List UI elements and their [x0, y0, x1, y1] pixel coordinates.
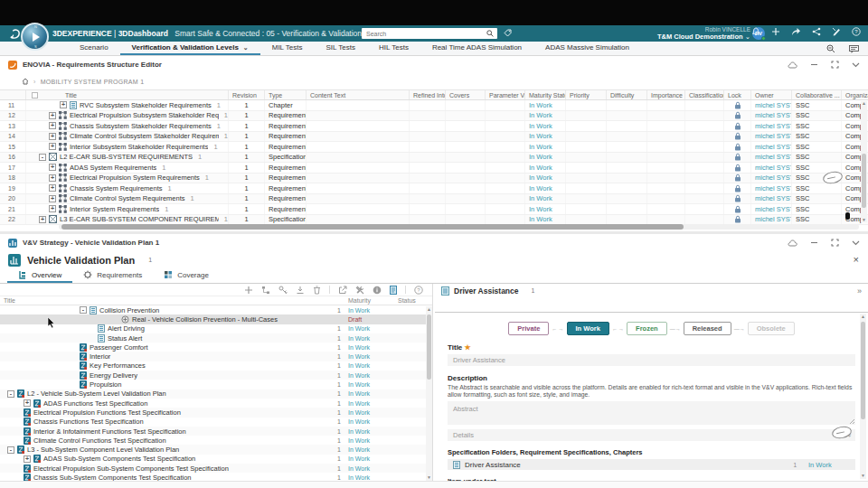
- tab-coverage[interactable]: Coverage: [153, 268, 220, 283]
- scroll-down-icon[interactable]: ▼: [861, 474, 865, 478]
- table-row[interactable]: 20+Climate Control System Requirements11…: [0, 194, 868, 205]
- expander-icon[interactable]: +: [49, 133, 56, 140]
- tree-row[interactable]: Interior & Infotainment Functions Test S…: [0, 427, 432, 436]
- scroll-up-icon[interactable]: ▲: [861, 314, 865, 319]
- tab-verification-validation-levels[interactable]: Verification & Validation Levels⌄: [120, 42, 260, 55]
- forward-icon[interactable]: [791, 27, 801, 36]
- table-row[interactable]: 15+Interior Subsystem Stakeholder Requir…: [0, 142, 868, 153]
- trash-icon[interactable]: [313, 286, 321, 295]
- comments-icon[interactable]: [849, 44, 859, 53]
- help-icon[interactable]: ?: [852, 27, 861, 36]
- tree-row[interactable]: Chassis Functions Test Specification1In …: [0, 418, 432, 427]
- minimize-icon[interactable]: [810, 61, 818, 69]
- share-icon[interactable]: [812, 27, 821, 36]
- expander-icon[interactable]: -: [39, 154, 46, 161]
- table-row[interactable]: 18+Electrical Propulsion System Requirem…: [0, 174, 868, 184]
- tree-row[interactable]: Electrical Propulsion Functions Test Spe…: [0, 408, 432, 417]
- tree-append-icon[interactable]: [261, 286, 270, 295]
- owner-link[interactable]: michel SYSTE...: [755, 153, 791, 161]
- expander-icon[interactable]: +: [60, 101, 67, 108]
- user-block[interactable]: Robin VINCELLE T&M Cloud Demonstration ⌄: [657, 26, 750, 41]
- tree-row[interactable]: +ADAS Functions Test Specification1In Wo…: [0, 399, 432, 408]
- details-field[interactable]: Details »: [448, 429, 855, 441]
- owner-link[interactable]: michel SYSTE...: [755, 184, 791, 192]
- vertical-scrollbar[interactable]: ▲ ▼: [861, 101, 867, 222]
- lifecycle-state-released[interactable]: Released: [684, 322, 731, 335]
- expander-icon[interactable]: +: [24, 455, 31, 463]
- tools-icon[interactable]: [355, 286, 364, 295]
- open-new-icon[interactable]: [338, 286, 347, 295]
- table-row[interactable]: 17+ADAS System Requirements11Requirement…: [0, 163, 868, 174]
- tree-row[interactable]: Propulsion1In Work: [0, 380, 432, 389]
- table-row[interactable]: 14+Climate Control Subsystem Stakeholder…: [0, 132, 868, 143]
- cloud-icon[interactable]: [788, 61, 797, 69]
- owner-link[interactable]: michel SYSTE...: [755, 101, 791, 109]
- related-item-row[interactable]: Driver Assistance1In Work: [448, 459, 855, 470]
- lifecycle-state-frozen[interactable]: Frozen: [627, 322, 667, 335]
- breadcrumb-root[interactable]: MOBILITY SYSTEM PROGRAM 1: [41, 79, 145, 85]
- scrollbar-thumb[interactable]: [861, 322, 865, 419]
- detail-vertical-scrollbar[interactable]: ▲ ▼: [860, 314, 866, 479]
- owner-link[interactable]: michel SYSTE...: [755, 194, 791, 202]
- lifecycle-state-obsolete[interactable]: Obsolete: [748, 322, 795, 335]
- owner-link[interactable]: michel SYSTE...: [755, 132, 791, 140]
- select-all-checkbox[interactable]: [32, 92, 38, 99]
- tree-row[interactable]: Alert Driving1In Work: [0, 324, 432, 333]
- chevron-down-icon[interactable]: ⌄: [745, 33, 750, 41]
- table-row[interactable]: 19+Chassis System Requirements11Requirem…: [0, 183, 868, 194]
- expander-icon[interactable]: +: [39, 216, 46, 223]
- search-icon[interactable]: [486, 30, 494, 37]
- scroll-down-icon[interactable]: ▼: [427, 475, 431, 480]
- tree-row[interactable]: Passenger Comfort1In Work: [0, 343, 432, 352]
- expander-icon[interactable]: +: [49, 174, 56, 182]
- expander-icon[interactable]: +: [49, 112, 56, 119]
- tree-row[interactable]: Energy Delivery1In Work: [0, 371, 432, 380]
- add-icon[interactable]: [244, 286, 253, 295]
- maximize-icon[interactable]: [831, 61, 839, 69]
- collapse-icon[interactable]: [852, 239, 860, 247]
- tab-overview[interactable]: Overview: [7, 268, 72, 283]
- tree-row[interactable]: -L3 - Sub-System Component Level Validat…: [0, 445, 432, 454]
- expander-icon[interactable]: -: [7, 446, 14, 454]
- info-icon[interactable]: [373, 286, 382, 295]
- report-icon[interactable]: [390, 286, 397, 295]
- expander-icon[interactable]: -: [7, 390, 14, 398]
- expander-icon[interactable]: +: [49, 164, 56, 171]
- expander-icon[interactable]: -: [80, 306, 87, 314]
- bell-icon[interactable]: [751, 27, 760, 36]
- expander-icon[interactable]: +: [49, 143, 56, 150]
- tree-row[interactable]: Key Performances1In Work: [0, 361, 432, 371]
- scrollbar-thumb[interactable]: [862, 154, 866, 208]
- owner-link[interactable]: michel SYSTE...: [755, 205, 791, 213]
- table-row[interactable]: 13+Chassis Subsystem Stakeholder Require…: [0, 121, 868, 132]
- home-icon[interactable]: [22, 78, 29, 85]
- tab-requirements[interactable]: Requirements: [72, 268, 153, 283]
- table-row[interactable]: 11+RVC Subsystem Stakeholder Requirement…: [0, 100, 868, 111]
- cloud-icon[interactable]: [788, 239, 797, 247]
- chevron-down-icon[interactable]: ⌄: [243, 44, 249, 52]
- search-input[interactable]: [362, 28, 497, 39]
- tree-row[interactable]: -L2 - Vehicle Sub-System Level Validatio…: [0, 389, 432, 399]
- owner-link[interactable]: michel SYSTE...: [755, 143, 791, 151]
- tab-scenario[interactable]: Scenario: [68, 42, 120, 55]
- tab-real-time-adas-simulation[interactable]: Real Time ADAS Simulation: [420, 42, 533, 55]
- scroll-up-icon[interactable]: ▲: [427, 307, 431, 312]
- tree-row[interactable]: Interior1In Work: [0, 352, 432, 361]
- scroll-up-icon[interactable]: ▲: [862, 101, 866, 106]
- help-icon[interactable]: ?: [414, 286, 423, 295]
- resize-handle-icon[interactable]: [849, 418, 854, 424]
- table-row[interactable]: 12+Electrical Propulsion Subsystem Stake…: [0, 111, 868, 122]
- owner-link[interactable]: michel SYSTE...: [755, 164, 791, 172]
- tab-mil-tests[interactable]: MIL Tests: [260, 42, 315, 55]
- expander-icon[interactable]: +: [49, 205, 56, 212]
- import-icon[interactable]: [296, 286, 305, 295]
- title-field[interactable]: Driver Assistance: [448, 354, 855, 366]
- tree-row[interactable]: Status Alert1In Work: [0, 333, 432, 343]
- expander-icon[interactable]: +: [24, 399, 31, 407]
- minimize-icon[interactable]: [810, 239, 818, 247]
- scroll-down-icon[interactable]: ▼: [862, 218, 866, 222]
- owner-link[interactable]: michel SYSTE...: [755, 111, 791, 119]
- owner-link[interactable]: michel SYSTE...: [755, 174, 791, 182]
- zoom-out-icon[interactable]: [826, 44, 835, 53]
- tree-vertical-scrollbar[interactable]: ▲ ▼: [426, 306, 432, 481]
